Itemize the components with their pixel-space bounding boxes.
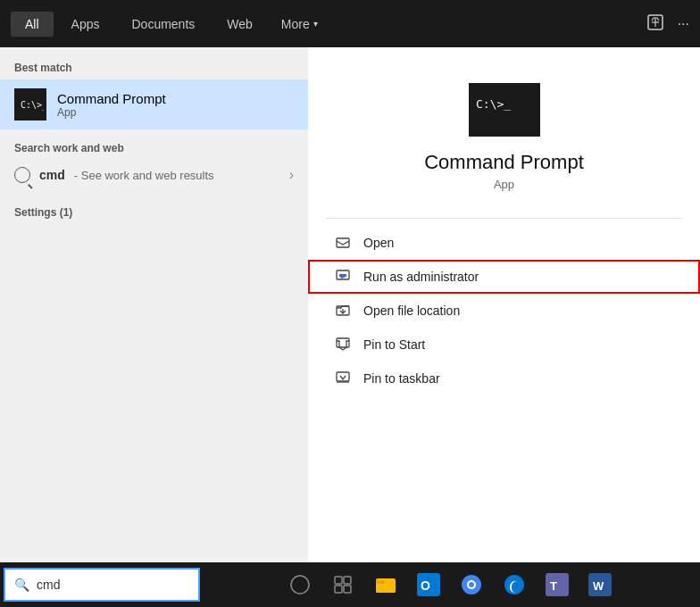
edge-icon[interactable]	[496, 567, 532, 603]
search-web-item[interactable]: cmd - See work and web results ›	[14, 162, 294, 188]
action-open-label: Open	[363, 236, 394, 250]
right-panel: C:\>_ Command Prompt App Open	[308, 47, 700, 598]
top-nav: All Apps Documents Web More ▾ ···	[0, 0, 700, 47]
nav-tab-all[interactable]: All	[11, 12, 54, 37]
nav-tab-web[interactable]: Web	[212, 12, 267, 37]
app-icon-large: C:\>_	[469, 83, 540, 137]
folder-icon	[335, 303, 351, 319]
nav-right-icons: ···	[647, 14, 689, 34]
ellipsis-icon[interactable]: ···	[678, 16, 689, 32]
svg-rect-27	[546, 573, 569, 596]
best-match-text: Command Prompt App	[57, 91, 166, 119]
svg-point-25	[469, 582, 474, 587]
action-pin-start-label: Pin to Start	[363, 337, 425, 352]
best-match-label: Best match	[0, 58, 308, 79]
action-run-as-admin[interactable]: Run as administrator	[308, 260, 700, 294]
action-pin-start[interactable]: Pin to Start	[308, 328, 700, 362]
left-panel: Best match C:\>_ Command Prompt App Sear…	[0, 47, 308, 598]
svg-point-13	[291, 576, 309, 594]
start-button[interactable]	[282, 567, 318, 603]
action-pin-taskbar[interactable]: Pin to taskbar	[308, 362, 700, 395]
svg-rect-19	[376, 580, 385, 584]
search-query: cmd	[39, 168, 65, 182]
best-match-title: Command Prompt	[57, 91, 166, 106]
search-web-label: Search work and web	[14, 142, 294, 154]
settings-label: Settings (1)	[14, 206, 294, 219]
svg-text:C:\>_: C:\>_	[476, 97, 511, 111]
pin-taskbar-icon	[335, 370, 351, 387]
search-web-section: Search work and web cmd - See work and w…	[0, 129, 308, 194]
pin-start-icon	[335, 337, 351, 353]
app-detail-type: App	[494, 178, 514, 191]
svg-text:T: T	[550, 579, 557, 593]
file-explorer-icon[interactable]	[368, 567, 404, 603]
svg-text:C:\>_: C:\>_	[21, 100, 44, 111]
action-open[interactable]: Open	[308, 226, 700, 260]
svg-text:O: O	[421, 578, 430, 593]
best-match-subtitle: App	[57, 106, 166, 119]
open-icon	[335, 235, 351, 251]
app-detail-name: Command Prompt	[424, 151, 584, 174]
outlook-icon[interactable]: O	[411, 567, 446, 603]
app-detail-top: C:\>_ Command Prompt App	[308, 47, 700, 218]
search-desc: - See work and web results	[74, 169, 214, 182]
svg-rect-14	[335, 577, 342, 584]
best-match-item[interactable]: C:\>_ Command Prompt App	[0, 79, 308, 129]
taskbar: 🔍 cmd	[0, 562, 700, 607]
nav-tab-documents[interactable]: Documents	[117, 12, 209, 37]
word-icon[interactable]: W	[582, 567, 618, 603]
arrow-icon: ›	[289, 167, 294, 183]
svg-text:W: W	[593, 579, 604, 593]
cmd-icon: C:\>_	[14, 88, 46, 121]
svg-rect-11	[337, 338, 349, 347]
person-icon[interactable]	[647, 14, 663, 34]
app-actions: Open Run as administrator	[308, 219, 700, 403]
taskbar-center: O T W	[282, 567, 618, 603]
svg-rect-7	[337, 238, 349, 247]
search-box[interactable]: 🔍 cmd	[4, 568, 200, 602]
action-open-file-location-label: Open file location	[363, 304, 460, 318]
search-icon	[14, 167, 30, 183]
svg-rect-20	[376, 584, 396, 593]
nav-more-button[interactable]: More ▾	[271, 12, 329, 37]
chrome-icon[interactable]	[454, 567, 489, 603]
teams-icon[interactable]: T	[539, 567, 575, 603]
search-area: Best match C:\>_ Command Prompt App Sear…	[0, 47, 700, 598]
more-label: More	[281, 17, 310, 31]
svg-point-26	[504, 575, 524, 595]
action-open-file-location[interactable]: Open file location	[308, 294, 700, 328]
chevron-down-icon: ▾	[313, 19, 318, 29]
action-run-as-admin-label: Run as administrator	[363, 270, 479, 284]
svg-rect-17	[344, 586, 351, 593]
nav-tab-apps[interactable]: Apps	[57, 12, 114, 37]
taskbar-search-text: cmd	[37, 578, 60, 592]
task-view-button[interactable]	[325, 567, 361, 603]
action-pin-taskbar-label: Pin to taskbar	[363, 371, 440, 386]
taskbar-search-icon: 🔍	[14, 578, 29, 592]
svg-rect-15	[344, 577, 351, 584]
shield-icon	[335, 269, 351, 285]
svg-rect-16	[335, 586, 342, 593]
settings-section: Settings (1)	[0, 194, 308, 224]
